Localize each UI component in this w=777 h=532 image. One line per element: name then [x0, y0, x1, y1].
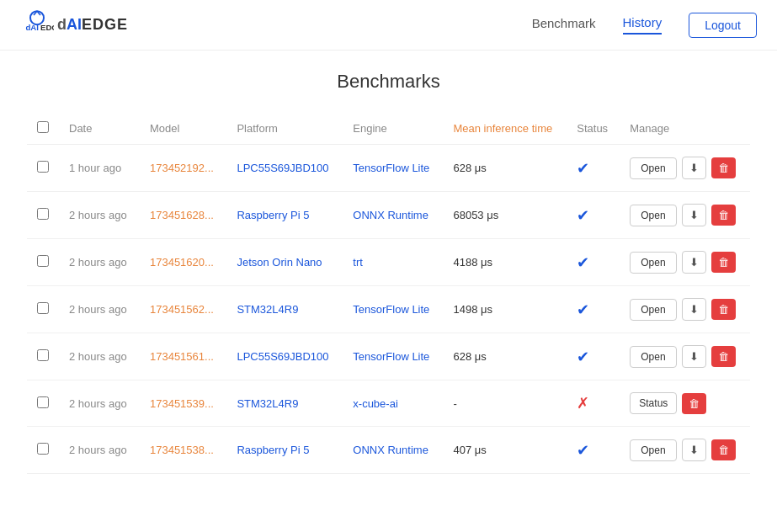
cell-status: ✔: [567, 286, 620, 333]
delete-button[interactable]: 🗑: [711, 252, 736, 273]
download-icon: ⬇: [689, 303, 699, 316]
cell-status: ✔: [567, 333, 620, 380]
download-icon: ⬇: [689, 256, 699, 269]
cell-actions: Open⬇🗑: [620, 427, 750, 474]
cell-date: 2 hours ago: [59, 239, 140, 286]
header-checkbox-col: [27, 113, 59, 145]
delete-button[interactable]: 🗑: [711, 346, 736, 367]
cell-actions: Open⬇🗑: [620, 192, 750, 239]
cell-date: 2 hours ago: [59, 333, 140, 380]
col-platform: Platform: [226, 113, 343, 145]
delete-button[interactable]: 🗑: [711, 439, 736, 460]
open-button[interactable]: Open: [630, 157, 676, 179]
cell-date: 2 hours ago: [59, 427, 140, 474]
cell-model: 173451562...: [140, 286, 226, 333]
cell-time: 68053 μs: [443, 192, 567, 239]
status-x-icon: ✗: [577, 395, 589, 412]
open-button[interactable]: Open: [630, 299, 676, 321]
download-button[interactable]: ⬇: [682, 204, 706, 226]
open-button[interactable]: Open: [630, 252, 676, 274]
logo: dAI EDGE dAIEDGE: [20, 8, 128, 42]
cell-model: 173451539...: [140, 380, 226, 427]
logo-icon: dAI EDGE: [20, 8, 54, 42]
open-button[interactable]: Open: [630, 439, 676, 461]
status-check-icon: ✔: [577, 348, 589, 365]
status-check-icon: ✔: [577, 160, 589, 177]
cell-date: 1 hour ago: [59, 145, 140, 192]
delete-button[interactable]: 🗑: [711, 205, 736, 226]
cell-status: ✔: [567, 427, 620, 474]
cell-platform: STM32L4R9: [226, 286, 343, 333]
table-row: 1 hour ago173452192...LPC55S69JBD100Tens…: [27, 145, 750, 192]
cell-engine: TensorFlow Lite: [343, 286, 443, 333]
download-icon: ⬇: [689, 162, 699, 174]
cell-time: 4188 μs: [443, 239, 567, 286]
cell-actions: Open⬇🗑: [620, 286, 750, 333]
download-button[interactable]: ⬇: [682, 345, 706, 368]
row-checkbox[interactable]: [37, 443, 49, 455]
col-manage: Manage: [620, 113, 750, 145]
cell-time: 1498 μs: [443, 286, 567, 333]
open-button[interactable]: Open: [630, 205, 676, 226]
col-status: Status: [567, 113, 620, 145]
row-checkbox[interactable]: [37, 396, 49, 408]
cell-model: 173452192...: [140, 145, 226, 192]
cell-platform: Raspberry Pi 5: [226, 427, 343, 474]
table-row: 2 hours ago173451628...Raspberry Pi 5ONN…: [27, 192, 750, 239]
nav-benchmark[interactable]: Benchmark: [532, 16, 596, 34]
row-checkbox[interactable]: [37, 161, 49, 173]
trash-icon: 🗑: [718, 444, 729, 456]
trash-icon: 🗑: [718, 256, 729, 269]
cell-actions: Open⬇🗑: [620, 145, 750, 192]
download-button[interactable]: ⬇: [682, 439, 706, 461]
main-content: Benchmarks Date Model Platform Engine Me…: [0, 51, 777, 494]
row-checkbox[interactable]: [37, 255, 49, 267]
cell-platform: Jetson Orin Nano: [226, 239, 343, 286]
cell-model: 173451620...: [140, 239, 226, 286]
trash-icon: 🗑: [718, 303, 729, 316]
svg-text:EDGE: EDGE: [40, 22, 54, 31]
download-icon: ⬇: [689, 209, 699, 221]
cell-engine: TensorFlow Lite: [343, 333, 443, 380]
download-button[interactable]: ⬇: [682, 251, 706, 274]
row-checkbox[interactable]: [37, 208, 49, 220]
select-all-checkbox[interactable]: [37, 121, 49, 133]
nav-history[interactable]: History: [623, 15, 663, 35]
table-row: 2 hours ago173451620...Jetson Orin Nanot…: [27, 239, 750, 286]
svg-text:dAI: dAI: [25, 22, 39, 31]
status-check-icon: ✔: [577, 301, 589, 318]
cell-date: 2 hours ago: [59, 286, 140, 333]
delete-button[interactable]: 🗑: [711, 299, 736, 320]
table-row: 2 hours ago173451538...Raspberry Pi 5ONN…: [27, 427, 750, 474]
delete-button[interactable]: 🗑: [711, 157, 736, 178]
trash-icon: 🗑: [718, 350, 729, 363]
page-title: Benchmarks: [27, 71, 750, 93]
cell-engine: x-cube-ai: [343, 380, 443, 427]
cell-engine: trt: [343, 239, 443, 286]
cell-date: 2 hours ago: [59, 380, 140, 427]
status-check-icon: ✔: [577, 254, 589, 271]
nav: Benchmark History Logout: [532, 13, 757, 38]
cell-actions: Open⬇🗑: [620, 239, 750, 286]
table-row: 2 hours ago173451562...STM32L4R9TensorFl…: [27, 286, 750, 333]
cell-engine: TensorFlow Lite: [343, 145, 443, 192]
cell-platform: STM32L4R9: [226, 380, 343, 427]
status-button[interactable]: Status: [630, 392, 677, 414]
cell-time: 407 μs: [443, 427, 567, 474]
row-checkbox[interactable]: [37, 349, 49, 361]
cell-status: ✗: [567, 380, 620, 427]
delete-button[interactable]: 🗑: [682, 393, 706, 414]
logout-button[interactable]: Logout: [689, 13, 757, 38]
col-mean-inference: Mean inference time: [443, 113, 567, 145]
trash-icon: 🗑: [718, 209, 729, 221]
open-button[interactable]: Open: [630, 346, 676, 368]
row-checkbox[interactable]: [37, 302, 49, 314]
download-button[interactable]: ⬇: [682, 298, 706, 321]
download-button[interactable]: ⬇: [682, 157, 706, 179]
download-icon: ⬇: [689, 350, 699, 363]
cell-actions: Status🗑: [620, 380, 750, 427]
trash-icon: 🗑: [689, 397, 700, 410]
trash-icon: 🗑: [718, 162, 729, 174]
cell-status: ✔: [567, 239, 620, 286]
cell-model: 173451628...: [140, 192, 226, 239]
